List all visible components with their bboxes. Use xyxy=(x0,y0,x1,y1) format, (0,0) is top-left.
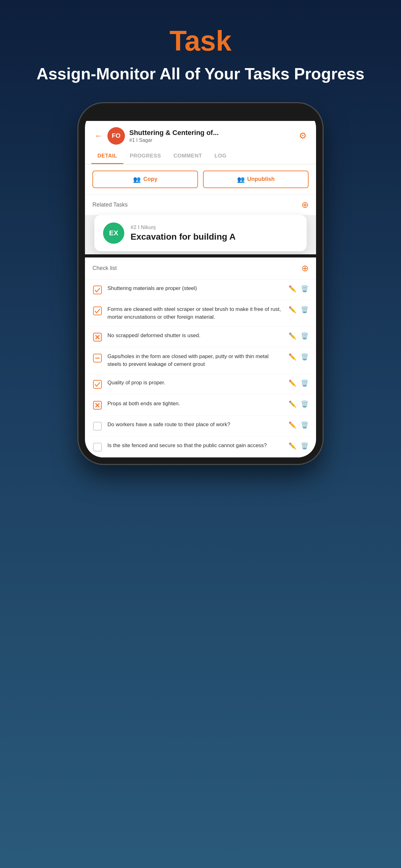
tab-log[interactable]: LOG xyxy=(208,148,233,164)
item-actions: ✏️ 🗑️ xyxy=(289,400,308,408)
copy-button[interactable]: 👥 Copy xyxy=(93,170,198,188)
edit-icon[interactable]: ✏️ xyxy=(289,421,296,429)
checkbox-checked-icon[interactable] xyxy=(93,285,102,295)
delete-icon[interactable]: 🗑️ xyxy=(301,379,308,387)
edit-icon[interactable]: ✏️ xyxy=(289,285,296,292)
checkbox-crossed-icon[interactable] xyxy=(93,400,102,410)
delete-icon[interactable]: 🗑️ xyxy=(301,353,308,361)
app-header: ← FO Shuttering & Centering of... #1 I S… xyxy=(85,121,316,148)
floating-card-title: Excavation for building A xyxy=(131,232,236,242)
item-actions: ✏️ 🗑️ xyxy=(289,379,308,387)
delete-icon[interactable]: 🗑️ xyxy=(301,421,308,429)
checklist-item: Do workers have a safe route to their pl… xyxy=(85,415,316,436)
checklist-header: Check list ⊕ xyxy=(85,257,316,279)
checklist-item-text: Shuttering materials are proper (steel) xyxy=(107,284,283,292)
checklist-item-text: Props at both ends are tighten. xyxy=(107,400,283,408)
task-info: Shuttering & Centering of... #1 I Sagar xyxy=(129,129,295,143)
checklist-item: Shuttering materials are proper (steel) … xyxy=(85,279,316,300)
edit-icon[interactable]: ✏️ xyxy=(289,306,296,313)
page-subtitle: Assign-Monitor All of Your Tasks Progres… xyxy=(12,63,389,85)
phone-mockup: ← FO Shuttering & Centering of... #1 I S… xyxy=(79,103,322,464)
delete-icon[interactable]: 🗑️ xyxy=(301,285,308,292)
item-actions: ✏️ 🗑️ xyxy=(289,353,308,361)
checklist-title: Check list xyxy=(93,265,117,272)
edit-icon[interactable]: ✏️ xyxy=(289,332,296,340)
copy-label: Copy xyxy=(143,176,157,183)
phone-notch xyxy=(85,110,316,121)
checklist-item-text: Forms are cleaned with steel scraper or … xyxy=(107,305,283,321)
svg-rect-12 xyxy=(93,443,101,451)
add-checklist-item-button[interactable]: ⊕ xyxy=(301,263,308,273)
checklist-item-text: No scrapped/ deformed shutter is used. xyxy=(107,332,283,340)
tab-detail[interactable]: DETAIL xyxy=(91,148,123,164)
checklist-item: Forms are cleaned with steel scraper or … xyxy=(85,300,316,327)
delete-icon[interactable]: 🗑️ xyxy=(301,400,308,408)
checklist-item: Props at both ends are tighten. ✏️ 🗑️ xyxy=(85,395,316,415)
svg-rect-11 xyxy=(93,422,101,430)
checkbox-empty-icon[interactable] xyxy=(93,421,102,431)
svg-rect-7 xyxy=(93,380,101,389)
checklist-item-text: Is the site fenced and secure so that th… xyxy=(107,441,283,450)
task-title: Shuttering & Centering of... xyxy=(129,129,295,137)
edit-icon[interactable]: ✏️ xyxy=(289,400,296,408)
tab-bar: DETAIL PROGRESS COMMENT LOG xyxy=(85,148,316,164)
related-tasks-label: Related Tasks xyxy=(93,202,128,208)
svg-rect-0 xyxy=(93,286,101,294)
item-actions: ✏️ 🗑️ xyxy=(289,332,308,340)
checklist-item: No scrapped/ deformed shutter is used. ✏… xyxy=(85,327,316,347)
related-tasks-header: Related Tasks ⊕ xyxy=(85,194,316,215)
task-avatar: FO xyxy=(107,127,125,145)
edit-icon[interactable]: ✏️ xyxy=(289,442,296,450)
checklist-item-text: Quality of prop is proper. xyxy=(107,379,283,387)
checklist-section: Check list ⊕ Shuttering materials are pr… xyxy=(85,257,316,458)
floating-card-avatar: EX xyxy=(103,222,124,244)
floating-task-card[interactable]: EX #2 I Nikunj Excavation for building A xyxy=(94,215,307,251)
item-actions: ✏️ 🗑️ xyxy=(289,421,308,429)
tab-progress[interactable]: PROGRESS xyxy=(123,148,167,164)
item-actions: ✏️ 🗑️ xyxy=(289,442,308,450)
svg-rect-1 xyxy=(93,307,101,315)
checklist-item-text: Do workers have a safe route to their pl… xyxy=(107,421,283,429)
checklist-item-text: Gaps/holes in the form are closed with p… xyxy=(107,352,283,368)
copy-icon: 👥 xyxy=(133,176,141,183)
unpublish-label: Unpublish xyxy=(247,176,275,183)
floating-card-number: #2 I Nikunj xyxy=(131,224,236,230)
phone-frame: ← FO Shuttering & Centering of... #1 I S… xyxy=(79,103,322,464)
header-section: Task Assign-Monitor All of Your Tasks Pr… xyxy=(0,0,401,103)
action-buttons: 👥 Copy 👥 Unpublish xyxy=(85,164,316,194)
checklist-item: Is the site fenced and secure so that th… xyxy=(85,436,316,458)
unpublish-button[interactable]: 👥 Unpublish xyxy=(203,170,308,188)
checklist-item: Quality of prop is proper. ✏️ 🗑️ xyxy=(85,374,316,395)
delete-icon[interactable]: 🗑️ xyxy=(301,442,308,450)
tab-comment[interactable]: COMMENT xyxy=(167,148,208,164)
checkbox-checked-icon[interactable] xyxy=(93,306,102,316)
checkbox-minus-icon[interactable] xyxy=(93,353,102,363)
checkbox-empty-icon[interactable] xyxy=(93,442,102,452)
checkbox-crossed-icon[interactable] xyxy=(93,332,102,342)
checklist-item: Gaps/holes in the form are closed with p… xyxy=(85,347,316,374)
checkbox-checked-icon[interactable] xyxy=(93,379,102,389)
item-actions: ✏️ 🗑️ xyxy=(289,306,308,313)
floating-card-info: #2 I Nikunj Excavation for building A xyxy=(131,224,236,242)
edit-icon[interactable]: ✏️ xyxy=(289,353,296,361)
back-button[interactable]: ← xyxy=(94,131,103,141)
edit-icon[interactable]: ✏️ xyxy=(289,379,296,387)
item-actions: ✏️ 🗑️ xyxy=(289,285,308,292)
page-title: Task xyxy=(12,25,389,57)
phone-screen: ← FO Shuttering & Centering of... #1 I S… xyxy=(85,110,316,458)
delete-icon[interactable]: 🗑️ xyxy=(301,306,308,313)
delete-icon[interactable]: 🗑️ xyxy=(301,332,308,340)
task-subtitle: #1 I Sagar xyxy=(129,137,295,143)
add-related-task-button[interactable]: ⊕ xyxy=(301,200,308,210)
unpublish-icon: 👥 xyxy=(237,176,245,183)
settings-icon[interactable]: ⚙ xyxy=(299,131,307,141)
